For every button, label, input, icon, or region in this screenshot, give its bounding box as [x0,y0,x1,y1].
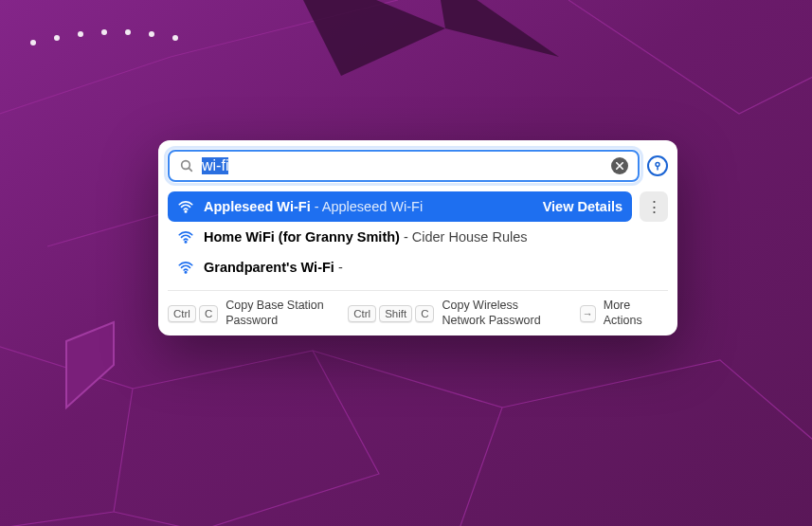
action-label: Copy Wireless Network Password [442,299,545,328]
svg-point-7 [172,35,178,41]
kebab-icon: ⋮ [646,197,662,217]
result-title: Grandparent's Wi-Fi [204,260,334,275]
view-details-button[interactable]: View Details [543,199,623,214]
result-item[interactable]: Grandparent's Wi-Fi - [168,252,668,282]
search-field-wrapper[interactable] [168,150,640,182]
action-footer: Ctrl C Copy Base Station Password Ctrl S… [168,290,668,328]
svg-point-3 [78,31,83,37]
results-list: Appleseed Wi-Fi - Appleseed Wi-Fi View D… [168,191,668,282]
wifi-icon [177,228,194,245]
wifi-icon [177,198,194,215]
result-title: Home WiFi (for Granny Smith) [204,229,400,245]
action-label: Copy Base Station Password [226,299,331,328]
svg-line-10 [189,168,191,171]
svg-point-17 [185,272,187,274]
result-subtitle: - [338,260,343,275]
clear-search-button[interactable] [611,157,628,174]
result-title: Appleseed Wi-Fi [204,199,311,214]
search-input[interactable] [202,157,604,174]
wifi-icon [177,259,194,276]
svg-point-5 [125,29,131,35]
result-subtitle: - Appleseed Wi-Fi [315,199,423,214]
close-icon [616,162,623,170]
copy-wireless-network-password-action[interactable]: Ctrl Shift C Copy Wireless Network Passw… [348,299,545,328]
copy-base-station-password-action[interactable]: Ctrl C Copy Base Station Password [168,299,331,328]
svg-point-2 [54,35,60,41]
svg-point-15 [185,211,187,213]
quick-access-panel: Appleseed Wi-Fi - Appleseed Wi-Fi View D… [158,140,677,336]
result-item-selected[interactable]: Appleseed Wi-Fi - Appleseed Wi-Fi View D… [168,191,632,222]
action-label: More Actions [604,299,668,328]
1password-icon[interactable] [647,155,668,176]
search-icon [179,158,194,173]
result-subtitle: - Cider House Rules [404,229,528,245]
svg-point-6 [149,31,154,37]
more-options-button[interactable]: ⋮ [640,191,668,222]
more-actions-button[interactable]: → More Actions [580,299,668,328]
keyboard-shortcut: Ctrl C [168,305,218,322]
svg-point-1 [30,40,36,45]
svg-point-4 [101,29,107,35]
svg-point-16 [185,242,187,244]
result-item[interactable]: Home WiFi (for Granny Smith) - Cider Hou… [168,222,668,252]
arrow-right-icon: → [580,305,596,322]
keyboard-shortcut: Ctrl Shift C [348,305,434,322]
